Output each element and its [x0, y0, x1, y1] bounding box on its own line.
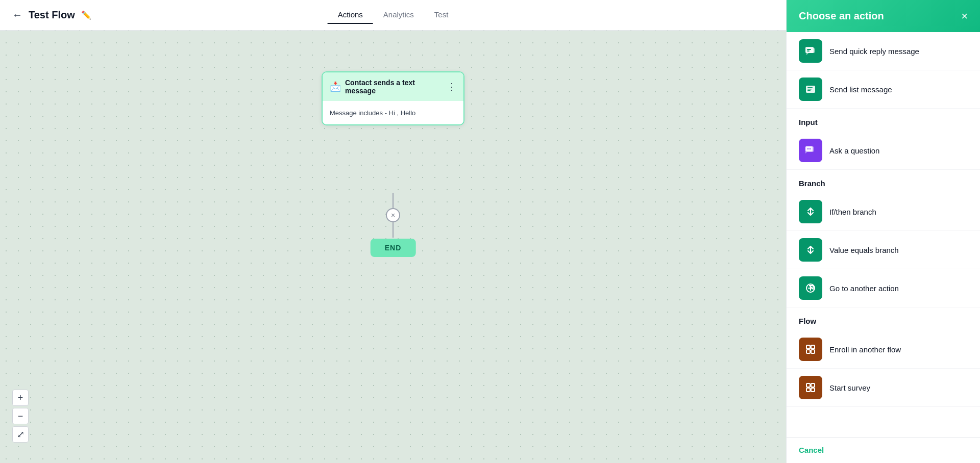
- panel-close-button[interactable]: ×: [961, 11, 968, 22]
- value-equals-branch-icon-box: [799, 238, 822, 262]
- edit-icon[interactable]: ✏️: [81, 10, 91, 20]
- panel-title: Choose an action: [799, 10, 884, 22]
- flow-node-header: 📩 Contact sends a text message ⋮: [323, 72, 463, 101]
- svg-point-8: [807, 148, 808, 149]
- send-quick-reply-icon-box: [799, 39, 822, 63]
- go-to-another-action-icon-box: [799, 276, 822, 300]
- svg-rect-16: [811, 383, 815, 387]
- svg-rect-14: [811, 350, 815, 353]
- send-quick-reply-label: Send quick reply message: [829, 47, 919, 56]
- go-to-another-action-label: Go to another action: [829, 284, 899, 293]
- ask-question-label: Ask a question: [829, 146, 879, 155]
- zoom-controls: + − ⤢: [12, 390, 29, 443]
- zoom-fit-button[interactable]: ⤢: [12, 426, 29, 443]
- connector-symbol: ×: [391, 211, 395, 219]
- cancel-label: Cancel: [799, 446, 824, 454]
- connector-line-bottom: [393, 222, 394, 238]
- top-bar: ← Test Flow ✏️ Actions Analytics Test: [0, 0, 786, 31]
- action-value-equals-branch[interactable]: Value equals branch: [787, 231, 980, 269]
- section-branch: Branch If/then branch Value equals branc…: [787, 170, 980, 307]
- panel-header: Choose an action ×: [787, 0, 980, 32]
- enroll-another-flow-svg-icon: [804, 343, 817, 355]
- svg-rect-2: [807, 50, 810, 52]
- if-then-branch-label: If/then branch: [829, 208, 876, 216]
- node-menu-icon: ⋮: [447, 82, 456, 92]
- svg-rect-11: [806, 345, 810, 349]
- flow-node: 📩 Contact sends a text message ⋮ Message…: [322, 71, 464, 125]
- flow-title: Test Flow: [29, 9, 75, 21]
- tabs-container: Actions Analytics Test: [328, 6, 459, 24]
- tab-actions[interactable]: Actions: [328, 6, 373, 24]
- connector-circle[interactable]: ×: [386, 208, 400, 222]
- svg-rect-17: [806, 388, 810, 392]
- start-survey-label: Start survey: [829, 383, 870, 392]
- action-enroll-another-flow[interactable]: Enroll in another flow: [787, 330, 980, 369]
- action-start-survey[interactable]: Start survey: [787, 369, 980, 407]
- panel-footer: Cancel: [787, 437, 980, 463]
- svg-rect-1: [807, 49, 811, 50]
- back-icon: ←: [12, 9, 22, 21]
- cancel-button[interactable]: Cancel: [799, 446, 824, 454]
- tab-test[interactable]: Test: [424, 6, 459, 24]
- svg-rect-13: [806, 350, 810, 353]
- svg-point-9: [810, 148, 811, 149]
- zoom-out-icon: −: [18, 411, 23, 422]
- end-node: END: [371, 239, 416, 257]
- connector-line-top: [393, 193, 394, 208]
- end-label: END: [385, 244, 402, 252]
- send-list-svg-icon: [804, 83, 817, 95]
- top-bar-left: ← Test Flow ✏️: [12, 9, 91, 21]
- section-flow: Flow Enroll in another flow: [787, 307, 980, 407]
- action-if-then-branch[interactable]: If/then branch: [787, 193, 980, 231]
- input-section-label: Input: [787, 109, 980, 132]
- connector: ×: [386, 193, 400, 238]
- svg-rect-12: [811, 345, 815, 349]
- value-equals-branch-label: Value equals branch: [829, 246, 899, 254]
- enroll-another-flow-icon-box: [799, 338, 822, 361]
- send-list-label: Send list message: [829, 85, 892, 94]
- node-condition: Message includes - Hi , Hello: [330, 109, 415, 117]
- send-quick-reply-svg-icon: [804, 45, 817, 57]
- if-then-branch-icon-box: [799, 200, 822, 223]
- back-button[interactable]: ←: [12, 9, 22, 21]
- node-icon: 📩: [330, 81, 341, 92]
- branch-section-label: Branch: [787, 170, 980, 193]
- canvas-area: ← Test Flow ✏️ Actions Analytics Test 📩: [0, 0, 786, 463]
- zoom-fit-icon: ⤢: [17, 429, 24, 440]
- svg-rect-6: [807, 90, 811, 91]
- node-menu-button[interactable]: ⋮: [447, 82, 456, 91]
- ask-question-icon-box: [799, 139, 822, 162]
- ask-question-svg-icon: [804, 144, 817, 157]
- section-messages: Send quick reply message Send list messa…: [787, 32, 980, 109]
- zoom-out-button[interactable]: −: [12, 408, 29, 424]
- flow-section-label: Flow: [787, 307, 980, 330]
- flow-node-body: Message includes - Hi , Hello: [323, 101, 463, 124]
- svg-rect-15: [806, 383, 810, 387]
- svg-rect-18: [811, 388, 815, 392]
- zoom-in-icon: +: [18, 393, 23, 403]
- node-title: Contact sends a text message: [345, 79, 447, 95]
- if-then-branch-svg-icon: [804, 205, 817, 218]
- zoom-in-button[interactable]: +: [12, 390, 29, 406]
- section-input: Input Ask a question: [787, 109, 980, 170]
- send-list-icon-box: [799, 78, 822, 101]
- enroll-another-flow-label: Enroll in another flow: [829, 345, 901, 354]
- close-icon: ×: [961, 10, 968, 22]
- action-go-to-another-action[interactable]: Go to another action: [787, 269, 980, 307]
- canvas-content: 📩 Contact sends a text message ⋮ Message…: [0, 31, 786, 463]
- action-send-quick-reply[interactable]: Send quick reply message: [787, 32, 980, 70]
- go-to-another-action-svg-icon: [804, 282, 817, 294]
- panel-content: Send quick reply message Send list messa…: [787, 32, 980, 437]
- action-send-list[interactable]: Send list message: [787, 70, 980, 109]
- start-survey-icon-box: [799, 376, 822, 399]
- tab-analytics[interactable]: Analytics: [373, 6, 424, 24]
- right-panel: Choose an action × Send quick reply mess…: [786, 0, 980, 463]
- svg-rect-5: [807, 89, 812, 90]
- start-survey-svg-icon: [804, 381, 817, 394]
- flow-node-header-left: 📩 Contact sends a text message: [330, 79, 447, 95]
- svg-rect-4: [807, 87, 813, 88]
- value-equals-branch-svg-icon: [804, 244, 817, 256]
- action-ask-question[interactable]: Ask a question: [787, 132, 980, 170]
